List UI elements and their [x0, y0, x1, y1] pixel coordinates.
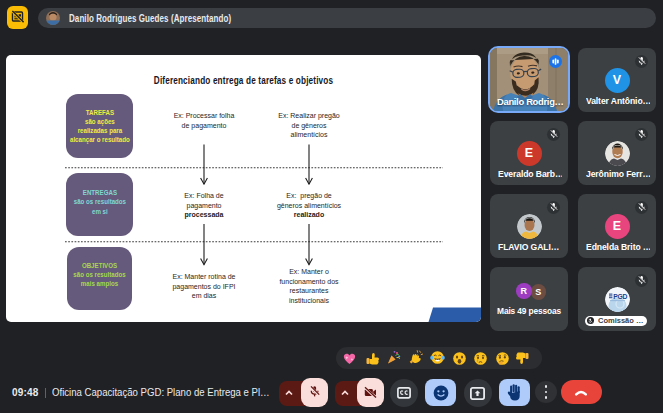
svg-text:PGD: PGD [613, 292, 627, 299]
